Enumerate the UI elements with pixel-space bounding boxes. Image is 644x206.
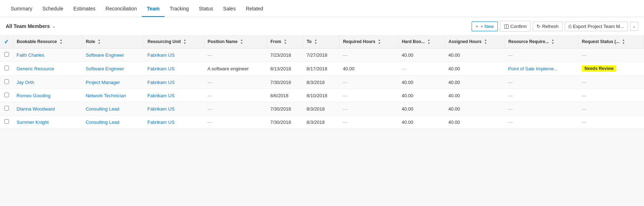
bookable-resource-link[interactable]: Generic Resource: [17, 66, 54, 71]
row-checkbox-cell[interactable]: [0, 62, 13, 76]
bookable-resource-link[interactable]: Jay Orth: [17, 80, 34, 85]
bookable-resource-link[interactable]: Dianna Woodward: [17, 106, 55, 112]
sort-request-status[interactable]: ▲▼: [622, 39, 625, 45]
cell-resource-require: ---: [505, 102, 578, 116]
cell-to: 8/3/2018: [303, 116, 339, 129]
cell-position-name: ---: [204, 89, 267, 102]
select-all-checkbox[interactable]: ✓: [4, 39, 9, 45]
cell-required-hours: ---: [339, 116, 398, 129]
nav-item-sales[interactable]: Sales: [218, 0, 241, 17]
row-checkbox-cell[interactable]: [0, 102, 13, 116]
table-row: Dianna WoodwardConsulting LeadFabrikam U…: [0, 102, 644, 116]
position-name-value: ---: [207, 106, 212, 112]
table-row: Jay OrthProject ManagerFabrikam US---7/3…: [0, 76, 644, 89]
bookable-resource-link[interactable]: Summer Knight: [17, 120, 49, 125]
filter-label: All Team Members: [6, 23, 50, 29]
row-checkbox-cell[interactable]: [0, 48, 13, 62]
position-name-value: A software engineer: [207, 66, 249, 71]
required-hours-value: ---: [343, 93, 347, 98]
new-button[interactable]: + + New: [472, 22, 498, 31]
cell-role: Software Engineer: [82, 48, 144, 62]
resourcing-unit-link[interactable]: Fabrikam US: [147, 80, 175, 85]
sort-resourcing-unit[interactable]: ▲▼: [184, 39, 186, 45]
position-name-value: ---: [207, 93, 212, 98]
nav-item-reconciliation[interactable]: Reconciliation: [101, 0, 142, 17]
cell-request-status: ---: [578, 76, 644, 89]
cell-from: 8/6/2018: [267, 89, 303, 102]
filter-dropdown-icon[interactable]: ⌄: [52, 24, 56, 29]
resource-require-link[interactable]: Point of Sale Impleme...: [508, 66, 558, 71]
role-link[interactable]: Consulting Lead: [85, 106, 119, 112]
cell-to: 8/3/2018: [303, 76, 339, 89]
export-dropdown-button[interactable]: ⌄: [630, 22, 638, 31]
cell-resourcing-unit: Fabrikam US: [144, 116, 204, 129]
from-value: 7/30/2018: [270, 80, 291, 85]
row-checkbox[interactable]: [4, 106, 9, 111]
row-checkbox[interactable]: [4, 119, 9, 124]
sort-to[interactable]: ▲▼: [314, 39, 317, 45]
to-value: 8/10/2018: [306, 93, 327, 98]
role-link[interactable]: Software Engineer: [85, 66, 124, 71]
sort-required-hours[interactable]: ▲▼: [378, 39, 381, 45]
bookable-resource-link[interactable]: Romeo Gooding: [17, 93, 51, 98]
nav-item-schedule[interactable]: Schedule: [37, 0, 68, 17]
bookable-resource-link[interactable]: Faith Charles: [17, 52, 44, 58]
nav-item-estimates[interactable]: Estimates: [68, 0, 100, 17]
role-link[interactable]: Network Technician: [85, 93, 126, 98]
required-hours-value: 40.00: [343, 66, 355, 71]
sort-hard-boo[interactable]: ▲▼: [427, 39, 430, 45]
needs-review-badge: Needs Review: [582, 65, 617, 72]
team-table-container: ✓ Bookable Resource ▲▼ Role ▲▼ Resourcin…: [0, 36, 644, 129]
sort-resource-require[interactable]: ▲▼: [551, 39, 554, 45]
cell-hard-boo: 40.00: [398, 76, 445, 89]
col-check: ✓: [0, 36, 13, 48]
row-checkbox-cell[interactable]: [0, 76, 13, 89]
resource-require-value: ---: [508, 80, 513, 85]
row-checkbox[interactable]: [4, 66, 9, 70]
request-status-value: ---: [582, 93, 587, 98]
cell-role: Project Manager: [82, 76, 144, 89]
cell-role: Consulting Lead: [82, 102, 144, 116]
cell-position-name: ---: [204, 48, 267, 62]
nav-item-status[interactable]: Status: [194, 0, 218, 17]
to-value: 8/3/2018: [306, 120, 325, 125]
cell-resourcing-unit: Fabrikam US: [144, 62, 204, 76]
row-checkbox[interactable]: [4, 79, 9, 84]
main-content: All Team Members ⌄ + + New ◫ Confirm ↻ R…: [0, 17, 644, 129]
row-checkbox[interactable]: [4, 52, 9, 57]
sort-role[interactable]: ▲▼: [98, 39, 101, 45]
cell-request-status: ---: [578, 48, 644, 62]
resourcing-unit-link[interactable]: Fabrikam US: [147, 120, 175, 125]
export-button[interactable]: ⎙ Export Project Team M...: [565, 22, 628, 31]
role-link[interactable]: Project Manager: [85, 80, 120, 85]
role-link[interactable]: Consulting Lead: [85, 120, 119, 125]
confirm-button[interactable]: ◫ Confirm: [500, 21, 531, 32]
cell-assigned-hours: 40.00: [445, 48, 504, 62]
cell-position-name: ---: [204, 116, 267, 129]
resourcing-unit-link[interactable]: Fabrikam US: [147, 93, 175, 98]
sort-assigned-hours[interactable]: ▲▼: [484, 39, 487, 45]
assigned-hours-value: 40.00: [448, 93, 460, 98]
cell-request-status: ---: [578, 89, 644, 102]
resourcing-unit-link[interactable]: Fabrikam US: [147, 106, 175, 112]
resourcing-unit-link[interactable]: Fabrikam US: [147, 52, 175, 58]
hard-boo-value: ---: [402, 66, 406, 71]
resourcing-unit-link[interactable]: Fabrikam US: [147, 66, 175, 71]
nav-item-summary[interactable]: Summary: [6, 0, 37, 17]
toolbar: All Team Members ⌄ + + New ◫ Confirm ↻ R…: [0, 17, 644, 36]
sort-from[interactable]: ▲▼: [284, 39, 287, 45]
cell-hard-boo: 40.00: [398, 116, 445, 129]
request-status-value: ---: [582, 80, 587, 85]
refresh-button[interactable]: ↻ Refresh: [533, 22, 562, 31]
nav-item-team[interactable]: Team: [142, 0, 165, 17]
cell-bookable-resource: Romeo Gooding: [13, 89, 82, 102]
sort-bookable-resource[interactable]: ▲▼: [60, 39, 62, 45]
row-checkbox-cell[interactable]: [0, 89, 13, 102]
nav-item-tracking[interactable]: Tracking: [165, 0, 194, 17]
nav-item-related[interactable]: Related: [241, 0, 268, 17]
row-checkbox[interactable]: [4, 93, 9, 97]
row-checkbox-cell[interactable]: [0, 116, 13, 129]
sort-position-name[interactable]: ▲▼: [240, 39, 243, 45]
role-link[interactable]: Software Engineer: [85, 52, 124, 58]
cell-hard-boo: 40.00: [398, 48, 445, 62]
